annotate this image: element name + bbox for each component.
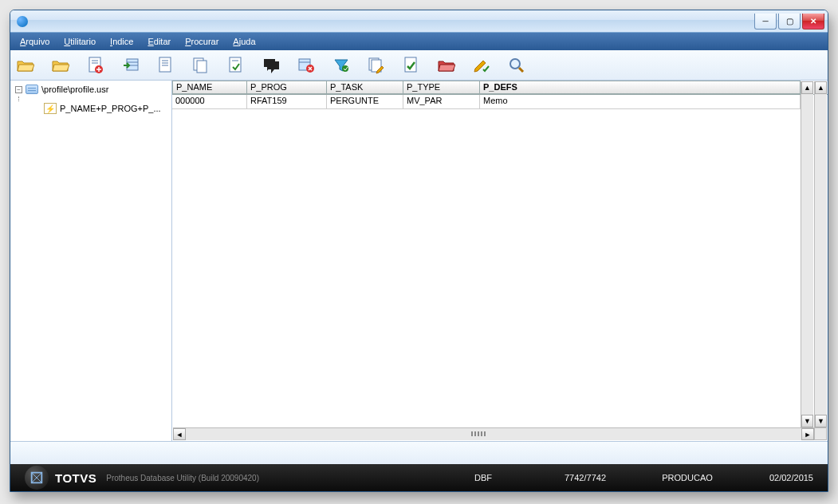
open-folder2-icon[interactable] bbox=[50, 55, 71, 76]
red-folder-icon[interactable] bbox=[436, 55, 457, 76]
status-date: 02/02/2015 bbox=[742, 473, 813, 482]
status-env: PRODUCAO bbox=[639, 473, 735, 482]
status-dbtype: DBF bbox=[435, 473, 531, 482]
totvs-logo-icon bbox=[25, 466, 49, 490]
tree-root-row[interactable]: − \profile\profile.usr bbox=[12, 82, 170, 96]
grid-body[interactable]: 000000 RFAT159 PERGUNTE MV_PAR Memo bbox=[172, 95, 828, 441]
svg-rect-21 bbox=[405, 57, 416, 72]
outer-vscrollbar[interactable]: ▲ ▼ bbox=[814, 81, 827, 427]
spacer-bar bbox=[10, 441, 828, 464]
col-p-type[interactable]: P_TYPE bbox=[403, 81, 480, 94]
grid-pane: P_NAME P_PROG P_TASK P_TYPE P_DEFS 00000… bbox=[172, 81, 828, 441]
cell-p-defs: Memo bbox=[480, 95, 801, 109]
copy-doc-icon[interactable] bbox=[191, 55, 211, 76]
cell-p-name: 000000 bbox=[172, 95, 247, 109]
open-folder-icon[interactable] bbox=[15, 55, 36, 76]
cell-p-prog: RFAT159 bbox=[247, 95, 327, 109]
doc-list-icon[interactable] bbox=[155, 55, 176, 76]
minimize-button[interactable]: ─ bbox=[754, 14, 777, 30]
scroll-left-icon[interactable]: ◄ bbox=[173, 428, 186, 440]
maximize-button[interactable]: ▢ bbox=[778, 14, 801, 30]
import-table-icon[interactable] bbox=[120, 55, 141, 76]
scroll-up2-icon[interactable]: ▲ bbox=[801, 81, 813, 94]
hscroll-track[interactable] bbox=[186, 428, 801, 440]
tree-child-row[interactable]: ⚡ P_NAME+P_PROG+P_... bbox=[12, 101, 170, 116]
search-icon[interactable] bbox=[506, 55, 527, 76]
menu-editar[interactable]: Editar bbox=[141, 35, 177, 48]
table-row[interactable]: 000000 RFAT159 PERGUNTE MV_PAR Memo bbox=[172, 95, 828, 109]
status-bar: TOTVS Protheus Database Utility (Build 2… bbox=[10, 464, 828, 491]
scroll-down-icon[interactable]: ▼ bbox=[815, 415, 827, 427]
svg-rect-12 bbox=[197, 61, 207, 73]
menu-bar: Arquivo Utilitario Indice Editar Procura… bbox=[10, 33, 828, 50]
filter-icon[interactable] bbox=[331, 55, 352, 76]
menu-procurar[interactable]: Procurar bbox=[179, 35, 225, 48]
subtitle-label: Protheus Database Utility (Build 2009042… bbox=[106, 474, 259, 482]
tree-root-label: \profile\profile.usr bbox=[41, 85, 108, 94]
scroll-right-icon[interactable]: ► bbox=[801, 428, 814, 440]
tree-collapse-icon[interactable]: − bbox=[15, 86, 22, 93]
menu-ajuda[interactable]: Ajuda bbox=[226, 35, 262, 48]
grid-header: P_NAME P_PROG P_TASK P_TYPE P_DEFS bbox=[172, 81, 828, 95]
hscrollbar[interactable]: ◄ ► bbox=[173, 427, 814, 440]
svg-point-22 bbox=[510, 59, 520, 69]
index-icon: ⚡ bbox=[44, 103, 57, 114]
doc-edit-icon[interactable] bbox=[366, 55, 387, 76]
toolbar bbox=[10, 50, 828, 81]
doc-ok-icon[interactable] bbox=[401, 55, 422, 76]
pencil-check-icon[interactable] bbox=[471, 55, 492, 76]
col-p-task[interactable]: P_TASK bbox=[327, 81, 403, 94]
tree-child-label: P_NAME+P_PROG+P_... bbox=[60, 104, 161, 113]
table-delete-icon[interactable] bbox=[296, 55, 317, 76]
cell-p-task: PERGUNTE bbox=[327, 95, 403, 109]
doc-check-icon[interactable] bbox=[226, 55, 246, 76]
app-icon bbox=[17, 16, 28, 27]
inner-vscrollbar[interactable]: ▲ ▼ bbox=[801, 81, 813, 427]
close-button[interactable]: ✕ bbox=[802, 14, 824, 30]
body-area: − \profile\profile.usr ⚡ P_NAME+P_PROG+P… bbox=[10, 81, 828, 441]
menu-indice[interactable]: Indice bbox=[104, 35, 140, 48]
col-p-prog[interactable]: P_PROG bbox=[247, 81, 327, 94]
comment-icon[interactable] bbox=[261, 55, 281, 76]
status-records: 7742/7742 bbox=[537, 473, 633, 482]
table-icon bbox=[26, 85, 38, 94]
col-p-defs[interactable]: P_DEFS bbox=[480, 81, 801, 94]
svg-rect-7 bbox=[159, 57, 171, 72]
menu-utilitario[interactable]: Utilitario bbox=[57, 35, 102, 48]
cell-p-type: MV_PAR bbox=[403, 95, 480, 109]
hscroll-grip bbox=[462, 431, 494, 436]
title-bar[interactable]: ─ ▢ ✕ bbox=[10, 10, 828, 33]
scroll-down2-icon[interactable]: ▼ bbox=[801, 415, 813, 427]
app-window: ─ ▢ ✕ Arquivo Utilitario Indice Editar P… bbox=[10, 10, 828, 492]
new-doc-icon[interactable] bbox=[85, 55, 106, 76]
menu-arquivo[interactable]: Arquivo bbox=[14, 35, 56, 48]
svg-point-18 bbox=[342, 65, 348, 72]
col-p-name[interactable]: P_NAME bbox=[172, 81, 247, 94]
tree-pane: − \profile\profile.usr ⚡ P_NAME+P_PROG+P… bbox=[10, 81, 172, 441]
brand-label: TOTVS bbox=[55, 471, 96, 485]
scroll-corner bbox=[814, 427, 827, 440]
scroll-up-icon[interactable]: ▲ bbox=[815, 81, 827, 94]
